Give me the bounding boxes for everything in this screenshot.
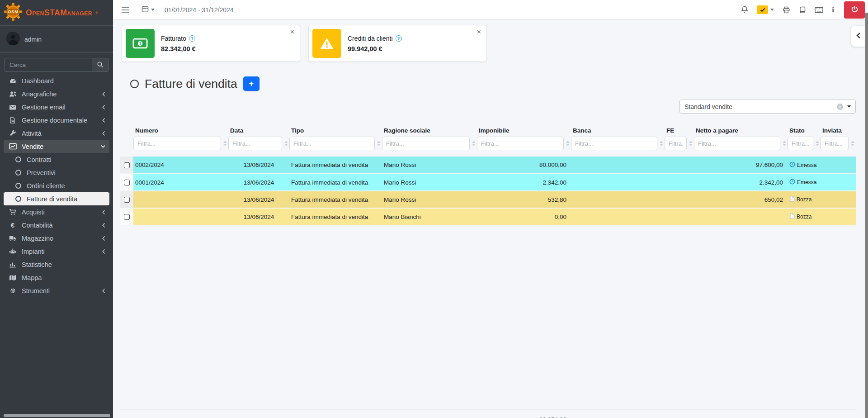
table-row[interactable]: 13/06/2024 Fattura immediata di vendita … [120, 208, 856, 225]
cell-banca [571, 191, 665, 208]
chevron-left-icon [102, 104, 106, 110]
sidebar-item-dashboard[interactable]: Dashboard [4, 74, 109, 87]
table-totals-footer: 82.874,80 [120, 409, 856, 418]
money-bill-icon: 1 [126, 29, 155, 58]
sidebar-item-statistiche[interactable]: Statistiche [4, 258, 109, 271]
close-icon[interactable]: × [477, 27, 481, 37]
circle-icon [15, 183, 21, 189]
user-panel[interactable]: admin [0, 26, 113, 53]
cell-numero: 0002/2024 [133, 157, 228, 174]
sidebar-item-attivita[interactable]: Attività [4, 127, 109, 140]
search-input[interactable] [5, 58, 92, 71]
column-header-data[interactable]: Data [230, 127, 288, 134]
sort-arrows-icon[interactable] [782, 141, 786, 146]
filter-input-stato[interactable] [788, 137, 813, 150]
info-icon[interactable]: i [832, 6, 834, 14]
search-button[interactable] [92, 58, 108, 71]
help-icon[interactable]: ? [396, 35, 402, 42]
column-header-inviata[interactable]: Inviata [822, 127, 854, 134]
sidebar-horizontal-scrollbar[interactable] [4, 414, 110, 417]
sidebar-item-mappa[interactable]: Mappa [4, 271, 109, 284]
sidebar-item-anagrafiche[interactable]: Anagrafiche [4, 87, 109, 100]
row-checkbox[interactable] [124, 180, 130, 185]
logout-power-button[interactable] [844, 1, 865, 19]
sidebar-item-fatture-di-vendita[interactable]: Fatture di vendita [4, 192, 109, 205]
circle-icon [15, 170, 21, 176]
table-row[interactable]: 13/06/2024 Fattura immediata di vendita … [120, 191, 856, 208]
filter-input-tipo[interactable] [289, 137, 375, 150]
column-header-numero[interactable]: Numero [135, 127, 227, 134]
row-checkbox[interactable] [124, 214, 130, 220]
date-range[interactable]: 01/01/2024 - 31/12/2024 [165, 6, 234, 14]
brand[interactable]: OSM OpenSTAManager ® [0, 0, 113, 26]
column-header-ragione-sociale[interactable]: Ragione sociale [384, 127, 476, 134]
column-header-fe[interactable]: FE [666, 127, 693, 134]
draft-file-icon [789, 196, 795, 203]
tasks-badge-dropdown[interactable] [757, 5, 774, 14]
table-row[interactable]: 0002/2024 13/06/2024 Fattura immediata d… [120, 157, 856, 174]
sort-arrows-icon[interactable] [223, 141, 227, 146]
filter-input-banca[interactable] [571, 137, 657, 150]
widgets-collapse-toggle[interactable] [851, 26, 865, 47]
sort-arrows-icon[interactable] [284, 141, 288, 146]
filter-input-netto-a-pagare[interactable] [694, 137, 780, 150]
close-icon[interactable]: × [290, 27, 294, 37]
sort-arrows-icon[interactable] [472, 141, 476, 146]
filter-input-data[interactable] [228, 137, 282, 150]
sidebar-item-impianti[interactable]: Impianti [4, 245, 109, 258]
sidebar-item-magazzino[interactable]: Magazzino [4, 232, 109, 245]
bell-icon[interactable] [741, 6, 748, 14]
row-checkbox[interactable] [124, 197, 130, 203]
filter-input-numero[interactable] [133, 137, 221, 150]
help-icon[interactable]: ? [189, 35, 195, 42]
sidebar-item-acquisti[interactable]: Acquisti [4, 205, 109, 218]
column-header-netto-a-pagare[interactable]: Netto a pagare [696, 127, 786, 134]
hamburger-menu-icon[interactable] [121, 6, 129, 14]
sidebar-item-vendite[interactable]: Vendite [4, 140, 109, 153]
table-row[interactable]: 0001/2024 13/06/2024 Fattura immediata d… [120, 174, 856, 191]
clear-icon[interactable]: × [837, 104, 843, 110]
chevron-left-icon [102, 131, 106, 136]
cart-icon [7, 209, 18, 215]
filter-input-fe[interactable] [665, 137, 687, 150]
clock-icon [789, 179, 795, 186]
print-icon[interactable] [783, 6, 790, 14]
circle-icon [15, 157, 21, 162]
column-header-stato[interactable]: Stato [789, 127, 819, 134]
column-header-imponibile[interactable]: Imponibile [479, 127, 570, 134]
tachometer-icon [7, 77, 18, 85]
top-navbar: 01/01/2024 - 31/12/2024 i [113, 0, 868, 20]
sidebar-item-gestione-documentale[interactable]: Gestione documentale [4, 114, 109, 127]
column-header-tipo[interactable]: Tipo [291, 127, 381, 134]
standard-vendite-select[interactable]: Standard vendite × [679, 100, 856, 114]
sort-arrows-icon[interactable] [689, 141, 693, 146]
sidebar-item-strumenti[interactable]: Strumenti [4, 284, 109, 297]
sidebar-item-contabilita[interactable]: € Contabilità [4, 218, 109, 232]
cell-fe [665, 174, 694, 191]
sort-arrows-icon[interactable] [377, 141, 381, 146]
sort-arrows-icon[interactable] [850, 141, 854, 146]
sort-arrows-icon[interactable] [815, 141, 819, 146]
calendar-dropdown[interactable] [142, 5, 155, 14]
sidebar-item-contratti[interactable]: Contratti [4, 153, 109, 166]
circle-icon [15, 196, 21, 202]
cell-stato: Emessa [788, 157, 821, 174]
filter-input-ragione-sociale[interactable] [382, 137, 470, 150]
vertical-scrollbar[interactable] [865, 13, 868, 418]
sidebar-menu: Dashboard Anagrafiche Gestione email Ges… [0, 74, 113, 297]
add-invoice-button[interactable]: + [243, 76, 259, 91]
sidebar-item-ordini-cliente[interactable]: Ordini cliente [4, 179, 109, 192]
navbar-actions: i [741, 1, 865, 19]
documentation-book-icon[interactable] [799, 6, 806, 14]
sidebar-item-preventivi[interactable]: Preventivi [4, 166, 109, 179]
filter-input-imponibile[interactable] [477, 137, 564, 150]
sort-arrows-icon[interactable] [659, 141, 663, 146]
filter-input-inviata[interactable] [821, 137, 849, 150]
row-checkbox[interactable] [124, 162, 130, 168]
column-header-banca[interactable]: Banca [573, 127, 663, 134]
keyboard-shortcuts-icon[interactable] [815, 7, 823, 13]
sidebar-item-gestione-email[interactable]: Gestione email [4, 100, 109, 114]
wrench-icon [7, 130, 18, 137]
cell-banca [571, 208, 665, 225]
sort-arrows-icon[interactable] [566, 141, 570, 146]
